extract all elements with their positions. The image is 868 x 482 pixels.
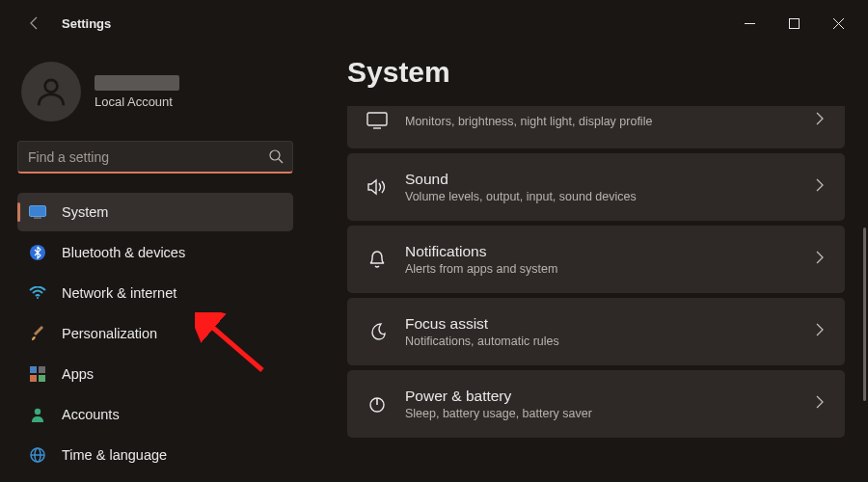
sidebar-item-time-language[interactable]: Time & language: [17, 436, 293, 474]
power-icon: [365, 394, 390, 414]
chevron-right-icon: [816, 112, 824, 129]
card-title: Sound: [405, 171, 637, 188]
card-notifications[interactable]: Notifications Alerts from apps and syste…: [347, 226, 845, 293]
account-type: Local Account: [95, 94, 179, 109]
close-button[interactable]: [816, 8, 860, 39]
card-sub: Notifications, automatic rules: [405, 335, 559, 348]
sidebar-item-accounts[interactable]: Accounts: [17, 395, 293, 434]
user-name-redacted: [95, 75, 179, 91]
user-block[interactable]: Local Account: [17, 54, 293, 141]
svg-rect-4: [34, 218, 41, 219]
scrollbar[interactable]: [863, 228, 866, 401]
settings-card-list: Monitors, brightness, night light, displ…: [347, 106, 851, 438]
title-bar: Settings: [0, 0, 868, 46]
sidebar-item-label: Time & language: [62, 447, 167, 463]
search-wrap: [17, 141, 293, 174]
card-title: Power & battery: [405, 388, 592, 405]
card-sub: Alerts from apps and system: [405, 262, 557, 276]
close-icon: [833, 18, 844, 29]
minimize-button[interactable]: [727, 8, 772, 39]
card-title: Notifications: [405, 243, 557, 260]
chevron-right-icon: [816, 323, 824, 340]
card-title: Focus assist: [405, 315, 559, 333]
maximize-icon: [789, 18, 800, 29]
sound-icon: [365, 178, 390, 196]
globe-icon: [29, 446, 46, 464]
sidebar-item-apps[interactable]: Apps: [17, 355, 293, 393]
svg-rect-10: [39, 375, 45, 382]
card-sub: Monitors, brightness, night light, displ…: [405, 115, 652, 128]
minimize-icon: [745, 18, 755, 29]
card-power-battery[interactable]: Power & battery Sleep, battery usage, ba…: [347, 370, 845, 438]
card-display[interactable]: Monitors, brightness, night light, displ…: [347, 106, 845, 148]
system-icon: [29, 203, 46, 221]
bluetooth-icon: [29, 244, 46, 261]
chevron-right-icon: [816, 178, 824, 196]
svg-rect-8: [39, 366, 45, 373]
chevron-right-icon: [816, 395, 824, 413]
sidebar-item-bluetooth[interactable]: Bluetooth & devices: [17, 233, 293, 272]
window-title: Settings: [62, 16, 111, 31]
svg-rect-0: [789, 18, 799, 28]
svg-point-1: [45, 80, 58, 93]
nav-list: System Bluetooth & devices Network & int…: [17, 193, 293, 474]
sidebar-item-label: System: [62, 204, 108, 220]
apps-icon: [29, 365, 46, 383]
bell-icon: [365, 250, 390, 269]
wifi-icon: [29, 284, 46, 302]
page-title: System: [347, 56, 851, 89]
card-sub: Volume levels, output, input, sound devi…: [405, 190, 637, 203]
svg-point-11: [35, 409, 41, 415]
svg-rect-3: [30, 206, 46, 217]
sidebar-item-system[interactable]: System: [17, 193, 293, 231]
svg-rect-7: [30, 366, 37, 373]
display-icon: [365, 112, 390, 129]
svg-rect-14: [367, 113, 387, 125]
chevron-right-icon: [816, 251, 824, 268]
svg-rect-9: [30, 375, 37, 382]
maximize-button[interactable]: [772, 8, 816, 39]
user-icon: [35, 75, 68, 108]
card-sub: Sleep, battery usage, battery saver: [405, 407, 592, 420]
main-content: System Monitors, brightness, night light…: [309, 46, 868, 482]
search-icon: [268, 148, 284, 168]
brush-icon: [29, 325, 46, 342]
sidebar: Local Account System Bluetooth & devic: [0, 46, 309, 482]
sidebar-item-network[interactable]: Network & internet: [17, 274, 293, 312]
arrow-left-icon: [27, 15, 42, 31]
search-input[interactable]: [17, 141, 293, 174]
sidebar-item-label: Bluetooth & devices: [62, 245, 185, 260]
avatar: [21, 62, 81, 121]
sidebar-item-label: Personalization: [62, 326, 157, 341]
svg-point-2: [270, 150, 280, 160]
moon-icon: [365, 322, 390, 341]
sidebar-item-label: Network & internet: [62, 285, 176, 301]
card-focus-assist[interactable]: Focus assist Notifications, automatic ru…: [347, 298, 845, 365]
sidebar-item-personalization[interactable]: Personalization: [17, 314, 293, 353]
window-controls: [727, 8, 860, 39]
account-icon: [29, 406, 46, 423]
sidebar-item-label: Apps: [62, 366, 94, 382]
svg-point-6: [37, 297, 39, 299]
card-sound[interactable]: Sound Volume levels, output, input, soun…: [347, 153, 845, 221]
back-button[interactable]: [19, 8, 50, 39]
sidebar-item-label: Accounts: [62, 407, 120, 422]
